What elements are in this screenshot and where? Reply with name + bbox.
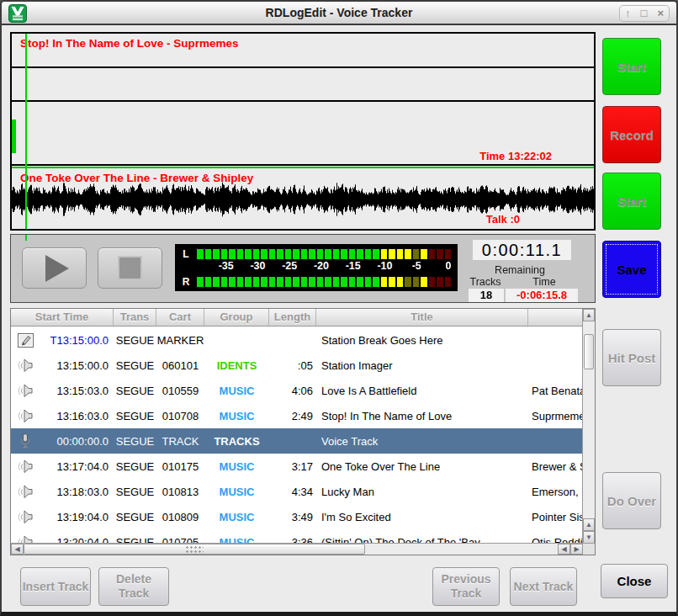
meter-scale-label: -10 bbox=[377, 260, 392, 272]
meter-segment bbox=[405, 249, 411, 259]
speaker-icon bbox=[17, 363, 34, 375]
meter-segment bbox=[205, 277, 212, 287]
meter-segment bbox=[261, 249, 267, 259]
shade-icon[interactable]: ↑ bbox=[625, 6, 631, 21]
start-bottom-button[interactable]: Start bbox=[602, 173, 661, 230]
cart-cell: 010708 bbox=[156, 410, 204, 422]
transition-cell: SEGUE bbox=[114, 359, 156, 372]
playhead-line bbox=[25, 34, 27, 229]
meter-segment bbox=[413, 277, 420, 287]
meter-segment bbox=[277, 277, 283, 287]
log-row[interactable]: 00:00:00.0 SEGUE TRACK TRACKS Voice Trac… bbox=[11, 428, 584, 454]
header-title[interactable]: Title bbox=[316, 309, 528, 326]
stop-icon bbox=[118, 256, 142, 280]
meter-segment bbox=[437, 249, 443, 259]
meter-segment bbox=[381, 249, 388, 259]
scroll-up-button[interactable]: ▲ bbox=[583, 309, 595, 321]
log-row[interactable]: 13:19:04.0 SEGUE 010809 MUSIC 3:49 I'm S… bbox=[11, 504, 584, 529]
do-over-button[interactable]: Do Over bbox=[602, 472, 661, 529]
cart-cell: 010809 bbox=[156, 511, 204, 523]
voice-tracker-window: RDLogEdit - Voice Tracker ↑ □ × Stop! In… bbox=[0, 0, 678, 616]
cart-cell: 010175 bbox=[156, 460, 204, 473]
start-time-cell: 13:15:03.0 bbox=[40, 385, 114, 397]
meter-scale-label: -30 bbox=[250, 260, 265, 272]
title-cell: Voice Track bbox=[316, 435, 528, 448]
vertical-scrollbar[interactable]: ▲ ▲ ▼ bbox=[582, 309, 595, 544]
meter-segment bbox=[221, 249, 228, 259]
elapsed-time-display: 0:00:11.1 bbox=[473, 240, 571, 260]
meter-segment bbox=[213, 277, 220, 287]
scroll-down-button[interactable]: ▼ bbox=[583, 531, 595, 544]
title-cell: Station Imager bbox=[316, 359, 528, 372]
header-group[interactable]: Group bbox=[204, 309, 269, 326]
hit-post-button[interactable]: Hit Post bbox=[602, 329, 661, 386]
close-button[interactable]: Close bbox=[601, 564, 668, 598]
header-trans[interactable]: Trans bbox=[114, 309, 156, 326]
meter-segment bbox=[317, 277, 324, 287]
meter-left-label: L bbox=[175, 248, 197, 260]
start-top-button[interactable]: Start bbox=[602, 38, 661, 95]
log-row[interactable]: 13:20:04.0 SEGUE 010705 MUSIC 3:36 (Sitt… bbox=[11, 529, 584, 543]
meter-right-label: R bbox=[175, 276, 197, 288]
next-track-button[interactable]: Next Track bbox=[510, 567, 577, 606]
voice-tracker-deck: Stop! In The Name of Love - Suprmemes Ti… bbox=[10, 32, 596, 231]
vertical-scroll-thumb[interactable] bbox=[584, 334, 594, 369]
meter-segment bbox=[397, 249, 404, 259]
scroll-left-button-2[interactable]: ◀ bbox=[558, 544, 570, 555]
previous-track-button[interactable]: Previous Track bbox=[432, 567, 500, 606]
transition-cell: SEGUE bbox=[114, 410, 156, 422]
play-button[interactable] bbox=[22, 247, 87, 289]
cart-cell: 060101 bbox=[156, 359, 204, 372]
meter-segment bbox=[397, 277, 404, 287]
meter-segment bbox=[349, 277, 356, 287]
log-row[interactable]: 13:15:00.0 SEGUE 060101 IDENTS :05 Stati… bbox=[11, 353, 584, 378]
insert-track-button[interactable]: Insert Track bbox=[20, 567, 91, 606]
maximize-icon[interactable]: □ bbox=[641, 6, 648, 21]
cart-cell: MARKER bbox=[156, 334, 204, 347]
meter-segment bbox=[333, 277, 340, 287]
header-start-time[interactable]: Start Time bbox=[11, 309, 114, 326]
group-cell: MUSIC bbox=[204, 536, 269, 544]
meter-segment bbox=[197, 249, 204, 259]
transition-cell: SEGUE bbox=[114, 486, 156, 498]
delete-track-button[interactable]: Delete Track bbox=[98, 567, 169, 606]
titlebar: RDLogEdit - Voice Tracker ↑ □ × bbox=[2, 2, 676, 25]
horizontal-scroll-thumb[interactable] bbox=[24, 544, 365, 555]
header-length[interactable]: Length bbox=[269, 309, 316, 326]
record-button[interactable]: Record bbox=[602, 106, 661, 163]
header-cart[interactable]: Cart bbox=[156, 309, 204, 326]
horizontal-scrollbar[interactable]: ◀ ◀ ▶ bbox=[11, 543, 583, 555]
log-row[interactable]: 13:16:03.0 SEGUE 010708 MUSIC 2:49 Stop!… bbox=[11, 403, 584, 428]
group-cell: IDENTS bbox=[204, 359, 269, 372]
save-button[interactable]: Save bbox=[602, 241, 661, 298]
meter-segment bbox=[421, 249, 427, 259]
meter-segment bbox=[429, 277, 436, 287]
talk-label: Talk :0 bbox=[486, 213, 520, 226]
meter-segment bbox=[325, 249, 331, 259]
close-window-icon[interactable]: × bbox=[657, 6, 664, 21]
start-time-cell: 13:17:04.0 bbox=[40, 460, 114, 473]
log-row[interactable]: 13:15:03.0 SEGUE 010559 MUSIC 4:06 Love … bbox=[11, 378, 584, 403]
stop-button[interactable] bbox=[98, 247, 162, 289]
transition-cell: SEGUE bbox=[114, 511, 156, 523]
meter-segment bbox=[245, 277, 252, 287]
log-row[interactable]: T13:15:00.0 SEGUE MARKER Station Break G… bbox=[11, 327, 584, 353]
start-time-cell: 13:16:03.0 bbox=[40, 410, 114, 422]
cart-cell: 010813 bbox=[156, 486, 204, 498]
meter-segment bbox=[245, 249, 252, 259]
meter-segment bbox=[365, 249, 372, 259]
artist-cell: Pointer Sisters bbox=[528, 511, 584, 523]
meter-segment bbox=[365, 277, 372, 287]
scroll-right-button[interactable]: ▶ bbox=[570, 544, 583, 555]
scroll-left-button[interactable]: ◀ bbox=[11, 544, 24, 555]
meter-segment bbox=[309, 277, 315, 287]
meter-segment bbox=[389, 249, 395, 259]
scroll-up-button-2[interactable]: ▲ bbox=[583, 518, 595, 531]
log-table-body: T13:15:00.0 SEGUE MARKER Station Break G… bbox=[11, 327, 584, 543]
transition-cell: SEGUE bbox=[114, 460, 156, 473]
log-row[interactable]: 13:17:04.0 SEGUE 010175 MUSIC 3:17 One T… bbox=[11, 454, 584, 479]
log-row[interactable]: 13:18:03.0 SEGUE 010813 MUSIC 4:34 Lucky… bbox=[11, 479, 584, 504]
meter-left-bar bbox=[197, 249, 451, 259]
meter-segment bbox=[341, 249, 347, 259]
meter-segment bbox=[437, 277, 443, 287]
